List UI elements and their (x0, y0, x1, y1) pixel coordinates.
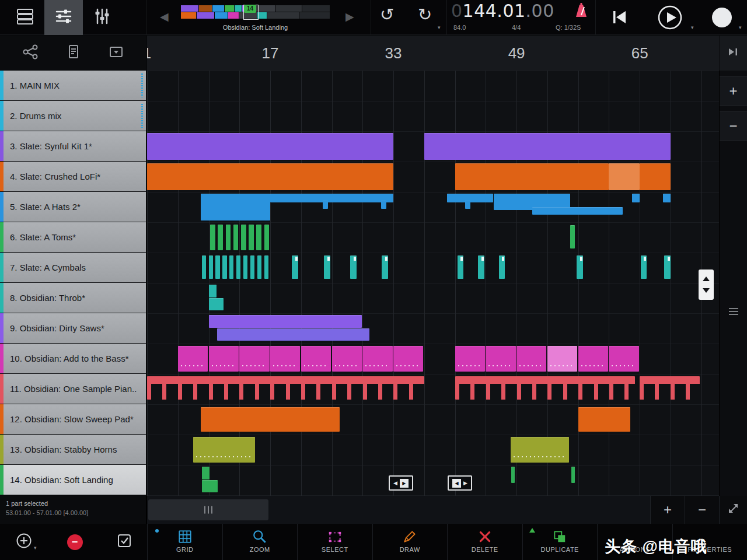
clip[interactable] (424, 133, 671, 160)
clip[interactable] (362, 346, 392, 372)
clip[interactable] (209, 285, 217, 298)
clip[interactable] (516, 346, 546, 372)
clip[interactable] (257, 256, 261, 279)
clip[interactable] (147, 163, 393, 190)
clip[interactable] (209, 256, 213, 279)
clip[interactable] (292, 256, 298, 279)
h-scrollbar[interactable] (147, 496, 650, 524)
clip[interactable] (210, 225, 215, 250)
play-button[interactable] (657, 5, 683, 33)
clip[interactable] (215, 256, 219, 279)
clip[interactable] (201, 194, 270, 220)
redo-icon[interactable]: ↻ (418, 5, 432, 24)
clip[interactable] (578, 346, 608, 372)
clip[interactable] (226, 225, 231, 250)
tab-library[interactable] (6, 0, 44, 35)
track-header[interactable]: 10. Obsidian: Add to the Bass* (0, 344, 146, 373)
clip[interactable] (209, 298, 224, 310)
clip[interactable] (222, 256, 226, 279)
clip[interactable] (233, 225, 239, 250)
clip[interactable] (641, 256, 647, 279)
add-dropdown-caret[interactable]: ▾ (34, 545, 37, 551)
clip[interactable] (236, 256, 240, 279)
rewind-button[interactable] (610, 9, 628, 27)
h-scroll-thumb[interactable] (148, 499, 268, 520)
corner-resize-button[interactable] (719, 496, 747, 524)
clip[interactable] (324, 256, 330, 279)
tool-select[interactable]: SELECT (297, 524, 372, 560)
clip[interactable] (532, 207, 623, 215)
clip[interactable] (664, 256, 671, 279)
clip[interactable] (640, 163, 671, 190)
clip[interactable] (301, 346, 331, 372)
arrange-grid[interactable]: ◀▶◀▶ (147, 71, 719, 496)
clip[interactable] (547, 346, 577, 372)
loop-marker-button[interactable]: ◀▶ (389, 475, 413, 491)
clip[interactable] (249, 225, 254, 250)
clip[interactable] (270, 346, 300, 372)
clip[interactable] (382, 256, 388, 279)
clip[interactable] (455, 346, 485, 372)
routing-icon[interactable] (21, 43, 40, 64)
clip[interactable] (201, 407, 339, 432)
track-header[interactable]: 9. Obsidian: Dirty Saws* (0, 313, 146, 343)
clip[interactable] (256, 225, 261, 250)
clip[interactable] (241, 225, 246, 250)
hzoom-in-button[interactable]: + (650, 496, 685, 524)
clip[interactable] (640, 376, 700, 400)
clip[interactable] (332, 346, 362, 372)
tab-arrange[interactable] (44, 0, 83, 35)
clip[interactable] (243, 256, 247, 279)
record-dropdown-caret[interactable]: ▾ (739, 24, 742, 30)
clip[interactable] (350, 256, 357, 279)
clip[interactable] (250, 256, 254, 279)
clip[interactable] (455, 376, 636, 400)
tool-duplicate[interactable]: DUPLICATE (522, 524, 598, 560)
track-header[interactable]: 11. Obsidian: One Sample Pian.. (0, 374, 146, 404)
clip[interactable] (609, 346, 638, 372)
redo-dropdown-caret[interactable]: ▾ (438, 24, 441, 30)
clip[interactable] (209, 315, 362, 328)
next-part-arrow[interactable]: ▶ (345, 10, 354, 23)
clip[interactable] (323, 201, 328, 209)
clip[interactable] (381, 201, 386, 209)
tool-draw[interactable]: DRAW (372, 524, 448, 560)
clip[interactable] (571, 467, 575, 483)
clip[interactable] (270, 194, 393, 202)
rail-zoom-in-button[interactable]: + (720, 76, 747, 106)
clip[interactable] (202, 480, 218, 492)
clip[interactable] (264, 256, 268, 279)
clip[interactable] (577, 256, 583, 279)
rail-handle-icon[interactable] (729, 306, 738, 317)
clip[interactable] (147, 376, 424, 400)
track-header[interactable]: 14. Obsidian: Soft Landing (0, 465, 146, 495)
track-header[interactable]: 8. Obsidian: Throb* (0, 283, 146, 313)
ruler-corner[interactable] (719, 36, 747, 71)
track-header[interactable]: 4. Slate: Crushed LoFi* (0, 162, 146, 191)
rail-zoom-out-button[interactable]: − (720, 111, 747, 141)
track-header[interactable]: 1. MAIN MIX (0, 71, 146, 100)
clip[interactable] (609, 163, 640, 190)
notes-document-icon[interactable] (65, 43, 82, 63)
tool-grid[interactable]: GRID (147, 524, 222, 560)
clip[interactable] (632, 194, 640, 202)
clip[interactable] (202, 256, 206, 279)
track-header[interactable]: 6. Slate: A Toms* (0, 222, 146, 252)
hzoom-out-button[interactable]: − (685, 496, 719, 524)
ruler[interactable]: 117334965 (147, 36, 719, 71)
track-header[interactable]: 13. Obsidian: Stabby Horns (0, 435, 146, 464)
clip[interactable] (486, 346, 515, 372)
clip[interactable] (570, 225, 575, 249)
clip[interactable] (663, 194, 671, 202)
clip[interactable] (218, 225, 223, 250)
clip[interactable] (217, 328, 369, 341)
metronome-icon[interactable] (575, 3, 588, 21)
remove-button[interactable]: − (67, 534, 83, 550)
tab-mixer[interactable] (83, 0, 121, 35)
clip[interactable] (511, 467, 515, 483)
clip[interactable] (465, 201, 470, 209)
clip[interactable] (229, 256, 233, 279)
clip[interactable] (193, 437, 255, 463)
clip[interactable] (147, 133, 393, 160)
track-header[interactable]: 7. Slate: A Cymbals (0, 253, 146, 282)
